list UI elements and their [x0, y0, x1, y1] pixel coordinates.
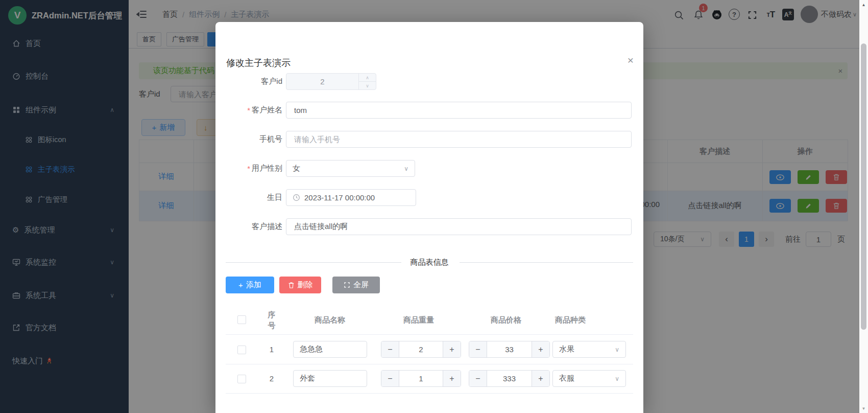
section-title: 商品表信息 — [401, 257, 457, 267]
child-fullscreen-button[interactable]: 全屏 — [332, 277, 380, 293]
price-value[interactable]: 33 — [487, 341, 532, 357]
number-spinner: ∧ ∨ — [358, 74, 376, 89]
product-category-select[interactable]: 水果 ∨ — [552, 341, 626, 358]
birthday-value: 2023-11-17 00:00:00 — [304, 193, 375, 202]
label-text: 用户性别 — [252, 164, 282, 173]
product-name-input[interactable] — [293, 341, 367, 358]
app-root: 首页 / 组件示例 / 主子表演示 1 ? TT A文 不做码农 ∨ — [0, 0, 868, 413]
page-scrollbar: ▲ ▼ — [859, 0, 868, 413]
edit-dialog: 修改主子表演示 × 客户id 2 ∧ ∨ *客户姓名 手机号 *用户性别 女 ∨… — [215, 22, 643, 413]
plus-icon: + — [238, 281, 243, 289]
clock-icon — [293, 194, 300, 201]
dialog-close-icon[interactable]: × — [624, 54, 637, 67]
row-index: 1 — [263, 341, 280, 358]
product-price-stepper: − 33 + — [469, 341, 550, 358]
minus-button[interactable]: − — [381, 371, 399, 386]
price-value[interactable]: 333 — [487, 371, 532, 386]
label-text: 客户id — [261, 77, 282, 86]
customer-id-value: 2 — [286, 74, 358, 89]
required-mark: * — [247, 164, 250, 173]
child-col-category: 商品种类 — [529, 314, 611, 326]
child-delete-button[interactable]: 删除 — [279, 277, 321, 293]
child-table-border — [226, 334, 633, 335]
label-text: 手机号 — [259, 134, 282, 144]
field-label-description: 客户描述 — [215, 218, 282, 235]
birthday-datetime-picker[interactable]: 2023-11-17 00:00:00 — [286, 189, 416, 206]
product-weight-stepper: − 2 + — [381, 341, 461, 358]
weight-value[interactable]: 1 — [399, 371, 443, 386]
chevron-down-icon: ∨ — [615, 375, 619, 382]
product-name-input[interactable] — [293, 370, 367, 387]
scrollbar-up-arrow[interactable]: ▲ — [859, 1, 868, 8]
required-mark: * — [247, 106, 250, 114]
gender-select[interactable]: 女 ∨ — [286, 160, 415, 177]
customer-name-input[interactable] — [286, 102, 632, 119]
chevron-down-icon: ∨ — [404, 165, 408, 172]
plus-button[interactable]: + — [532, 341, 549, 357]
field-label-gender: *用户性别 — [215, 160, 282, 177]
select-all-checkbox[interactable] — [237, 315, 246, 324]
child-table-border — [226, 393, 633, 394]
plus-button[interactable]: + — [532, 371, 549, 386]
child-add-button[interactable]: +添加 — [226, 277, 274, 293]
description-input[interactable] — [286, 218, 632, 235]
spinner-up-icon[interactable]: ∧ — [359, 74, 376, 82]
child-col-name: 商品名称 — [289, 314, 371, 326]
field-label-customer-id: 客户id — [215, 73, 282, 90]
category-value: 衣服 — [559, 374, 574, 383]
minus-button[interactable]: − — [469, 341, 487, 357]
gender-value: 女 — [293, 164, 300, 173]
dialog-title: 修改主子表演示 — [226, 57, 291, 69]
child-delete-label: 删除 — [298, 280, 313, 290]
spinner-down-icon[interactable]: ∨ — [359, 82, 376, 89]
label-text: 生日 — [267, 193, 282, 202]
field-label-birthday: 生日 — [215, 189, 282, 206]
product-weight-stepper: − 1 + — [381, 370, 461, 387]
trash-icon — [288, 282, 295, 289]
child-fullscreen-label: 全屏 — [353, 280, 369, 290]
customer-id-number-input: 2 ∧ ∨ — [286, 73, 376, 90]
scrollbar-down-arrow[interactable]: ▼ — [859, 405, 868, 412]
label-text: 客户描述 — [252, 222, 282, 232]
product-price-stepper: − 333 + — [469, 370, 550, 387]
section-divider — [460, 262, 633, 263]
child-col-weight: 商品重量 — [378, 314, 460, 326]
child-table-border — [226, 364, 633, 364]
weight-value[interactable]: 2 — [399, 341, 443, 357]
chevron-down-icon: ∨ — [615, 346, 619, 353]
plus-button[interactable]: + — [443, 371, 461, 386]
minus-button[interactable]: − — [381, 341, 399, 357]
product-category-select[interactable]: 衣服 ∨ — [552, 370, 626, 387]
child-col-index: 序号 — [265, 309, 278, 331]
phone-input[interactable] — [286, 131, 632, 148]
label-text: 客户姓名 — [252, 105, 282, 115]
child-add-label: 添加 — [246, 280, 261, 290]
field-label-phone: 手机号 — [215, 131, 282, 148]
category-value: 水果 — [559, 345, 574, 354]
minus-button[interactable]: − — [469, 371, 487, 386]
row-index: 2 — [263, 370, 280, 387]
section-divider — [226, 262, 404, 263]
field-label-customer-name: *客户姓名 — [215, 102, 282, 119]
row-checkbox[interactable] — [237, 375, 246, 383]
plus-button[interactable]: + — [443, 341, 461, 357]
fullscreen-icon — [344, 282, 350, 288]
scrollbar-thumb[interactable] — [861, 43, 866, 330]
row-checkbox[interactable] — [237, 346, 246, 354]
